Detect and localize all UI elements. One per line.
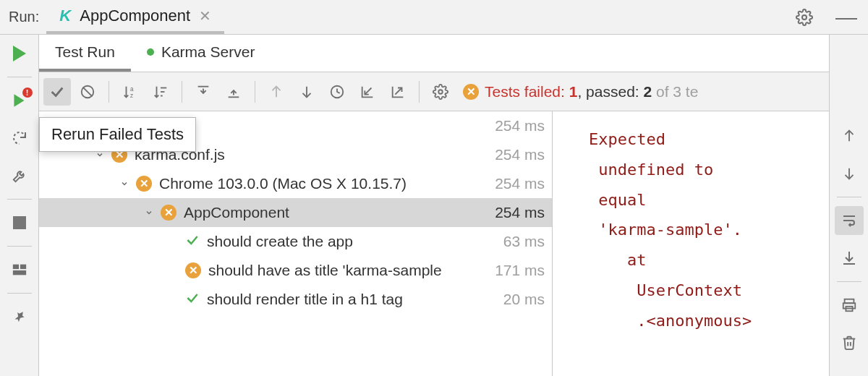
scroll-to-end-icon[interactable] xyxy=(835,244,864,273)
svg-text:z: z xyxy=(130,93,133,99)
history-icon[interactable] xyxy=(323,78,351,106)
close-icon[interactable]: ✕ xyxy=(196,7,214,25)
wrench-icon[interactable] xyxy=(5,161,34,190)
gear-icon[interactable] xyxy=(790,3,819,32)
test-settings-icon[interactable] xyxy=(427,78,454,106)
tab-label: Test Run xyxy=(55,43,115,61)
tree-row[interactable]: should render title in a h1 tag20 ms xyxy=(39,285,552,314)
sort-alpha-icon[interactable]: az xyxy=(116,78,144,106)
test-status-summary: ✕ Tests failed: 1, passed: 2 of 3 te xyxy=(463,83,698,101)
svg-line-28 xyxy=(365,87,371,94)
collapse-all-icon[interactable] xyxy=(220,78,247,106)
up-stack-icon[interactable] xyxy=(835,121,864,150)
show-passed-icon[interactable] xyxy=(43,78,71,106)
stack-trace[interactable]: Expected undefined to equal 'karma-sampl… xyxy=(553,111,829,376)
soft-wrap-icon[interactable] xyxy=(835,206,864,235)
test-name: should render title in a h1 tag xyxy=(207,291,499,308)
tooltip: Rerun Failed Tests xyxy=(39,117,196,152)
main-area: Test Run Karma Server az xyxy=(39,35,829,376)
tree-row[interactable]: ✕should have as title 'karma-sample171 m… xyxy=(39,256,552,285)
test-duration: 20 ms xyxy=(499,291,545,308)
left-gutter: ! xyxy=(0,35,39,376)
down-stack-icon[interactable] xyxy=(835,159,864,188)
test-name: should have as title 'karma-sample xyxy=(208,262,490,279)
svg-marker-1 xyxy=(14,94,24,106)
svg-rect-2 xyxy=(12,265,18,269)
play-icon xyxy=(13,46,26,61)
trash-icon[interactable] xyxy=(835,328,864,357)
run-label: Run: xyxy=(1,9,46,25)
svg-text:a: a xyxy=(130,86,134,93)
test-duration: 171 ms xyxy=(490,262,545,279)
test-name: AppComponent xyxy=(184,204,490,221)
test-name: should create the app xyxy=(207,233,499,250)
test-duration: 63 ms xyxy=(499,233,545,250)
layout-icon[interactable] xyxy=(5,255,34,284)
svg-rect-4 xyxy=(12,270,25,275)
chevron-down-icon[interactable] xyxy=(142,208,156,217)
tree-row[interactable]: ✕Chrome 103.0.0 (Mac OS X 10.15.7)254 ms xyxy=(39,169,552,198)
tree-row[interactable]: ✕AppComponent254 ms xyxy=(39,198,552,227)
test-duration: 254 ms xyxy=(490,175,545,192)
pass-icon xyxy=(185,233,200,251)
pin-icon[interactable] xyxy=(5,302,34,331)
show-ignored-icon[interactable] xyxy=(74,78,101,106)
fail-status-icon: ✕ xyxy=(463,84,479,100)
hide-icon[interactable]: — xyxy=(832,3,861,32)
svg-line-29 xyxy=(395,87,401,94)
svg-rect-3 xyxy=(20,265,25,269)
failed-count: 1 xyxy=(569,83,578,100)
svg-line-13 xyxy=(83,87,93,96)
pass-icon xyxy=(185,291,200,309)
test-toolbar: az ✕ xyxy=(39,72,829,111)
test-duration: 254 ms xyxy=(490,117,545,134)
fail-icon: ✕ xyxy=(185,262,201,278)
fail-icon: ✕ xyxy=(136,176,152,192)
tooltip-text: Rerun Failed Tests xyxy=(51,125,184,143)
import-icon[interactable] xyxy=(354,78,381,106)
error-badge-icon: ! xyxy=(22,87,33,98)
rerun-failed-button[interactable]: ! xyxy=(5,86,34,115)
expand-all-icon[interactable] xyxy=(190,78,217,106)
stop-icon xyxy=(13,216,26,229)
stop-button[interactable] xyxy=(5,208,34,237)
test-name: Chrome 103.0.0 (Mac OS X 10.15.7) xyxy=(159,175,490,192)
passed-label: , passed: xyxy=(577,83,643,100)
export-icon[interactable] xyxy=(384,78,412,106)
run-config-name: AppComponent xyxy=(80,7,190,25)
chevron-down-icon[interactable] xyxy=(117,179,132,188)
total-suffix: of 3 te xyxy=(652,83,698,100)
test-duration: 254 ms xyxy=(490,146,545,163)
print-icon[interactable] xyxy=(835,291,864,320)
test-duration: 254 ms xyxy=(490,204,545,221)
tab-test-run[interactable]: Test Run xyxy=(39,35,131,72)
svg-point-30 xyxy=(438,90,443,94)
karma-logo-icon: K xyxy=(56,7,74,25)
right-gutter xyxy=(829,35,868,376)
toggle-auto-test-button[interactable] xyxy=(5,124,34,153)
tab-karma-server[interactable]: Karma Server xyxy=(131,35,271,72)
tab-label: Karma Server xyxy=(161,43,255,61)
next-failed-icon[interactable] xyxy=(293,78,320,106)
run-button[interactable] xyxy=(5,39,34,68)
prev-failed-icon[interactable] xyxy=(263,78,290,106)
passed-count: 2 xyxy=(643,83,652,100)
sort-duration-icon[interactable] xyxy=(147,78,174,106)
fail-icon: ✕ xyxy=(161,205,176,221)
run-header: Run: K AppComponent ✕ — xyxy=(0,0,868,35)
failed-label: Tests failed: xyxy=(485,83,569,100)
tree-row[interactable]: should create the app63 ms xyxy=(39,227,552,256)
run-config-tab[interactable]: K AppComponent ✕ xyxy=(46,0,224,34)
svg-point-0 xyxy=(802,15,807,20)
sub-tabs: Test Run Karma Server xyxy=(39,35,829,72)
status-dot-icon xyxy=(147,48,154,56)
